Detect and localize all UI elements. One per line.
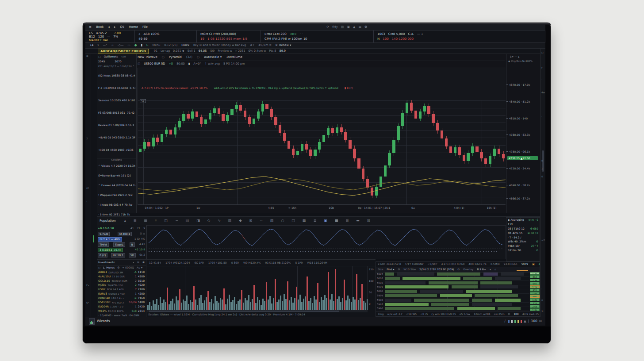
rail-glyph[interactable]: 0 bbox=[541, 175, 543, 178]
toolbar-item[interactable]: #6/Zm ≡ bbox=[258, 44, 272, 47]
study-tool-icon[interactable]: ⊟ bbox=[345, 219, 349, 223]
chart-tab[interactable]: 1stVolume bbox=[226, 55, 242, 59]
rail-glyph[interactable]: r bbox=[541, 66, 542, 69]
watchlist-row[interactable]: EU204R1 200 - 1 012420 bbox=[97, 305, 146, 309]
toolbar-item[interactable]: Menu bbox=[153, 44, 161, 47]
badge-icon[interactable]: ❾ bbox=[364, 25, 367, 29]
study-tool-icon[interactable]: ≈ bbox=[260, 219, 263, 223]
trade-log-row[interactable]: ^ Videos 4.7 2020 04 19.34 bbox=[98, 164, 135, 167]
ladder-cell[interactable]: 1.2k bbox=[530, 298, 540, 301]
watchlist-row[interactable]: USD2NOK L4 1 40072109 bbox=[97, 288, 146, 292]
study-tool-icon[interactable]: ≡ bbox=[175, 219, 178, 223]
ladder-cell[interactable]: 506 bbox=[530, 295, 540, 298]
ladder-cell[interactable]: 778 bbox=[530, 302, 540, 304]
watchlist-tool-icon[interactable]: ✱ bbox=[142, 261, 145, 264]
study-tool-icon[interactable]: ≣ bbox=[314, 219, 317, 223]
rail-glyph[interactable]: · bbox=[541, 115, 542, 118]
alert-icon[interactable]: ▲ bbox=[353, 25, 355, 29]
toolbar-item[interactable]: ▭ bbox=[128, 44, 130, 47]
rail-glyph[interactable]: : bbox=[541, 78, 542, 81]
buy-order-selected[interactable]: BUY 4.1 — 40% bbox=[98, 237, 122, 242]
menu-book[interactable]: Book bbox=[96, 25, 104, 29]
rail-glyph[interactable]: 1 bbox=[541, 167, 543, 170]
chart-tab[interactable]: (32) bbox=[186, 55, 192, 59]
grid-icon[interactable]: ▣ bbox=[347, 25, 350, 29]
order-misc-button[interactable]: U2 10 1 bbox=[111, 253, 125, 257]
rail-glyph[interactable]: · bbox=[541, 288, 542, 290]
toolbar-item[interactable]: Key w and 9 Mixer: Money w bar avg bbox=[193, 44, 246, 47]
minimize-icon[interactable]: ▬ bbox=[358, 25, 361, 29]
watchlist-row[interactable]: OBMCADL10 0 4 - -≡7160 bbox=[97, 296, 146, 300]
rail-glyph[interactable]: ⊞ bbox=[86, 55, 88, 58]
rail-glyph[interactable]: r2 bbox=[86, 187, 89, 189]
toolbar-item[interactable]: Block bbox=[181, 44, 189, 47]
ladder-cell[interactable]: 2.6k bbox=[530, 305, 540, 307]
chart-tab[interactable]: New TriWave bbox=[138, 55, 157, 59]
depth-setting[interactable]: ⌂ bbox=[494, 268, 496, 271]
chart-tab[interactable]: Pyramid bbox=[169, 55, 182, 59]
ladder-cell[interactable]: 1.9k bbox=[530, 308, 540, 311]
trade-log-row[interactable]: Seasons 10.2535 480.9 1013 bbox=[98, 99, 135, 102]
back-icon[interactable]: ◂ bbox=[108, 25, 110, 29]
ladder-cell[interactable]: 1.1k bbox=[530, 285, 540, 288]
depth-setting[interactable]: W10 Size bbox=[403, 268, 416, 271]
menu-file[interactable]: File bbox=[142, 25, 148, 29]
watchlist-filter[interactable]: Au ▾ bbox=[137, 266, 142, 269]
trade-log-row[interactable]: (52 News 19835-38 08:41:4 bbox=[98, 74, 135, 77]
rail-glyph[interactable]: 8 bbox=[541, 299, 543, 302]
study-tool-icon[interactable]: ○ bbox=[281, 219, 284, 223]
toolbar-item[interactable]: —° bbox=[103, 44, 107, 47]
study-tool-icon[interactable]: ▴ bbox=[124, 219, 126, 223]
depth-setting[interactable]: 2/3rd 2.5°EP 703 6F (709) bbox=[419, 268, 454, 271]
toolbar-item[interactable]: ● bbox=[134, 44, 137, 47]
rail-glyph[interactable]: · bbox=[86, 200, 87, 203]
watchlist-filter[interactable]: ⊟ bbox=[98, 266, 100, 269]
trade-log-row[interactable]: · I Knob 9B 003.4 F 79.7w bbox=[98, 203, 135, 206]
toolbar-item[interactable]: → bbox=[111, 44, 113, 47]
rail-glyph[interactable]: B bbox=[541, 159, 543, 162]
order-type-button[interactable]: B bbox=[130, 242, 135, 247]
study-tool-icon[interactable]: ⊠ bbox=[249, 219, 253, 223]
trade-log-row[interactable]: · 5 Kvm 92 2F31 71h 7k bbox=[98, 213, 135, 216]
toolbar-item[interactable]: ▾ bbox=[97, 44, 99, 47]
toolbar-item[interactable]: #7 bbox=[250, 44, 254, 47]
menu-q5[interactable]: Q5 bbox=[120, 25, 124, 29]
chart-tab[interactable]: ○ bbox=[162, 55, 165, 59]
trade-log-row[interactable]: ·4B/45 05 043-3500 2.1k 3F bbox=[98, 136, 135, 139]
layout-icon[interactable]: ▥ bbox=[341, 25, 344, 29]
watchlist-filter[interactable]: L. Moves bbox=[103, 266, 115, 269]
depth-setting[interactable]: Size bbox=[378, 268, 383, 271]
study-toolbar-label[interactable]: Population bbox=[100, 219, 116, 223]
study-tool-icon[interactable]: ⊡ bbox=[367, 219, 370, 223]
study-tool-icon[interactable]: ▦ bbox=[144, 219, 148, 223]
status-grid-icon[interactable]: ⊞ bbox=[539, 319, 542, 323]
study-tool-icon[interactable]: ▩ bbox=[303, 219, 306, 223]
toolbar-item[interactable]: 0.12 (25) bbox=[164, 44, 177, 47]
volume-scrollbar[interactable] bbox=[147, 310, 368, 312]
depth-setting[interactable]: 8.9 B∞ bbox=[477, 268, 486, 271]
ladder-cell[interactable]: 1.4k bbox=[530, 272, 540, 275]
taskbar-item-label[interactable]: Wizards bbox=[97, 319, 110, 323]
ladder-cell[interactable]: 1.8k bbox=[530, 292, 540, 295]
depth-heatmap[interactable]: 600460036002600160005999599859975996 bbox=[385, 272, 529, 311]
trade-log-row[interactable]: F3 03/098 5913 031 -79.42 bbox=[98, 111, 135, 114]
study-tool-icon[interactable]: ⌗ bbox=[155, 219, 157, 223]
study-tool-icon[interactable]: ▧ bbox=[270, 219, 274, 223]
rail-glyph[interactable]: ⊡ bbox=[541, 51, 544, 54]
study-tool-icon[interactable]: ◇ bbox=[207, 219, 210, 223]
forward-icon[interactable]: ▸ bbox=[114, 25, 116, 29]
sidebar-header-item[interactable]: ▽/A bbox=[121, 55, 126, 58]
order-type-button[interactable]: TMrkt bbox=[98, 242, 109, 247]
watchlist-row[interactable]: W10%EC.3 0 100%5x82314 bbox=[97, 309, 146, 313]
order-button[interactable]: M 400.1 bbox=[118, 232, 132, 236]
depth-setting[interactable]: ▾ bbox=[490, 268, 491, 271]
depth-setting[interactable]: Θ bbox=[457, 268, 460, 271]
taskbar-chart-icon[interactable] bbox=[89, 318, 95, 325]
watchlist-tool-icon[interactable]: ⊠ bbox=[137, 261, 139, 264]
watchlist-row[interactable]: AUDL1EURUSD 3M-A1110 bbox=[97, 270, 146, 275]
toolbar-item[interactable]: -◇— bbox=[118, 44, 124, 47]
trade-log-row[interactable]: ·4:00 04 4500 1903 +9/36 bbox=[98, 148, 135, 151]
rail-glyph[interactable]: 5° bbox=[86, 302, 89, 304]
order-button[interactable]: 5.7k/B bbox=[98, 232, 110, 236]
sidebar-header-item[interactable]: □ bbox=[98, 55, 101, 58]
